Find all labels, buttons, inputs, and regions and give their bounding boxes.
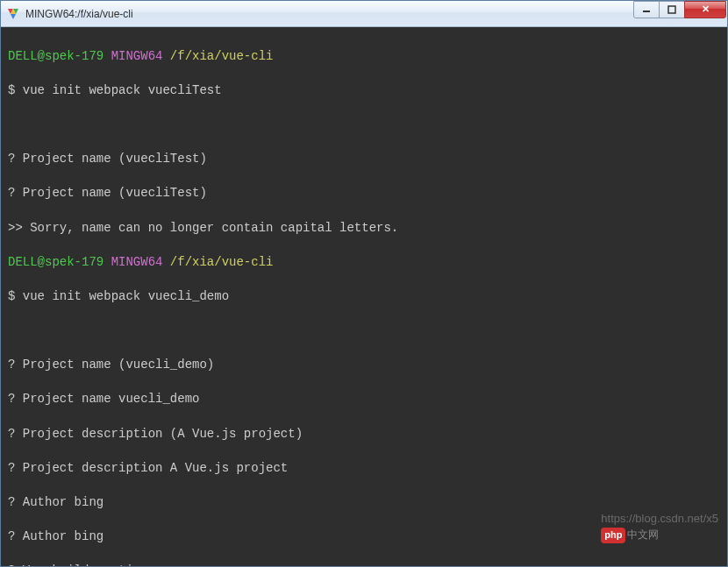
watermark-cn: 中文网 [627, 528, 659, 541]
terminal-line: $ vue init webpack vuecli_demo [8, 288, 720, 306]
terminal-line: ? Vue build runtime [8, 563, 720, 566]
terminal-content[interactable]: DELL@spek-179 MINGW64 /f/xia/vue-cli $ v… [1, 27, 727, 566]
terminal-line: ? Project description A Vue.js project [8, 460, 720, 478]
terminal-line: DELL@spek-179 MINGW64 /f/xia/vue-cli [8, 48, 720, 66]
watermark: https://blog.csdn.net/x5 php中文网 [582, 495, 718, 559]
terminal-line: $ vue init webpack vuecliTest [8, 82, 720, 100]
titlebar[interactable]: MINGW64:/f/xia/vue-cli ✕ [1, 1, 727, 27]
terminal-line [8, 117, 720, 134]
app-icon [6, 7, 20, 21]
close-icon: ✕ [702, 4, 710, 15]
terminal-line: ? Project name (vuecliTest) [8, 185, 720, 202]
window-controls: ✕ [634, 1, 726, 18]
window-frame: MINGW64:/f/xia/vue-cli ✕ DELL@spek-179 M… [0, 0, 728, 567]
terminal-line: ? Project description (A Vue.js project) [8, 426, 720, 443]
svg-rect-1 [668, 6, 675, 13]
php-logo: php [601, 528, 625, 542]
watermark-url: https://blog.csdn.net/x5 [601, 512, 718, 525]
terminal-line: ? Project name (vuecli_demo) [8, 357, 720, 374]
minimize-button[interactable] [633, 1, 660, 18]
close-button[interactable]: ✕ [684, 1, 726, 18]
maximize-button[interactable] [659, 1, 685, 18]
terminal-line [8, 322, 720, 340]
terminal-line: ? Project name vuecli_demo [8, 391, 720, 408]
terminal-line: DELL@spek-179 MINGW64 /f/xia/vue-cli [8, 254, 720, 272]
window-title: MINGW64:/f/xia/vue-cli [25, 8, 634, 20]
terminal-line: ? Project name (vuecliTest) [8, 151, 720, 168]
terminal-line: >> Sorry, name can no longer contain cap… [8, 220, 720, 237]
